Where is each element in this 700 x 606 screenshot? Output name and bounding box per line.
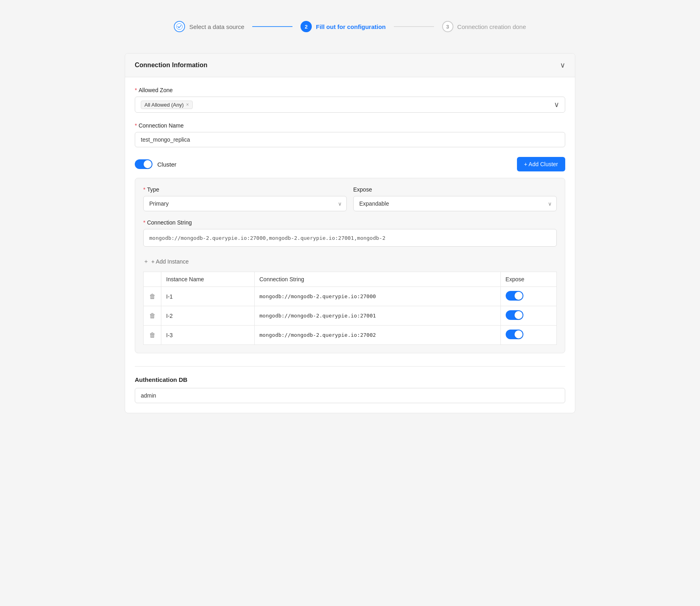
delete-cell: 🗑	[144, 287, 161, 306]
step-2-label: Fill out for configuration	[316, 23, 385, 30]
connection-name-input[interactable]	[135, 132, 565, 147]
page-wrapper: Select a data source 2 Fill out for conf…	[117, 0, 583, 429]
step-2-circle: 2	[301, 21, 312, 32]
tag-select-left: All Allowed (Any) ×	[141, 101, 193, 109]
allowed-zone-select[interactable]: All Allowed (Any) × ∨	[135, 97, 565, 113]
table-header-row: Instance Name Connection String Expose	[144, 272, 557, 287]
step-2: 2 Fill out for configuration	[292, 16, 393, 37]
type-select[interactable]: Primary Secondary Arbiter	[143, 196, 347, 211]
instance-name-cell: I-2	[161, 306, 255, 326]
delete-icon[interactable]: 🗑	[149, 312, 156, 319]
step-2-number: 2	[305, 24, 308, 30]
delete-cell: 🗑	[144, 306, 161, 326]
connection-name-label: * Connection Name	[135, 122, 565, 129]
auth-db-label: Authentication DB	[135, 376, 565, 383]
step-3-number: 3	[446, 24, 449, 30]
table-row: 🗑I-3mongodb://mongodb-2.querypie.io:2700…	[144, 326, 557, 345]
connection-string-input[interactable]	[143, 229, 557, 247]
add-instance-button[interactable]: ＋ + Add Instance	[143, 256, 557, 267]
card-header-title: Connection Information	[135, 62, 207, 69]
instance-expose-cell	[500, 306, 556, 326]
required-star-cs: *	[143, 219, 145, 226]
required-star-name: *	[135, 122, 137, 129]
cluster-config: * Type Primary Secondary Arbiter ∨	[135, 178, 565, 353]
step-1-circle	[174, 21, 185, 32]
instance-name-cell: I-1	[161, 287, 255, 306]
step-divider-1	[252, 26, 292, 27]
step-divider-2	[394, 26, 434, 27]
section-divider	[135, 366, 565, 367]
instance-conn-string-cell: mongodb://mongodb-2.querypie.io:27000	[254, 287, 500, 306]
type-select-wrapper: Primary Secondary Arbiter ∨	[143, 196, 347, 211]
connection-name-group: * Connection Name	[135, 122, 565, 147]
expose-select-wrapper: Expandable Fixed ∨	[353, 196, 557, 211]
th-connection-string: Connection String	[254, 272, 500, 287]
table-row: 🗑I-2mongodb://mongodb-2.querypie.io:2700…	[144, 306, 557, 326]
th-expose: Expose	[500, 272, 556, 287]
instance-expose-cell	[500, 287, 556, 306]
instance-expose-cell	[500, 326, 556, 345]
tag-close-icon[interactable]: ×	[186, 102, 189, 107]
type-group: * Type Primary Secondary Arbiter ∨	[143, 186, 347, 211]
step-3: 3 Connection creation done	[434, 16, 534, 37]
delete-icon[interactable]: 🗑	[149, 293, 156, 300]
instance-expose-toggle-0[interactable]	[506, 291, 523, 301]
th-instance-name: Instance Name	[161, 272, 255, 287]
tag-label: All Allowed (Any)	[144, 102, 184, 108]
required-star-zone: *	[135, 87, 137, 93]
card-header: Connection Information ∨	[125, 54, 575, 77]
toggle-knob	[144, 160, 152, 168]
add-instance-label: + Add Instance	[151, 258, 189, 265]
allowed-zone-group: * Allowed Zone All Allowed (Any) × ∨	[135, 87, 565, 113]
instance-name-cell: I-3	[161, 326, 255, 345]
cluster-toggle[interactable]	[135, 159, 152, 169]
instance-expose-toggle-2[interactable]	[506, 330, 523, 339]
expose-label: Expose	[353, 186, 557, 193]
instance-conn-string-cell: mongodb://mongodb-2.querypie.io:27001	[254, 306, 500, 326]
instance-conn-string-cell: mongodb://mongodb-2.querypie.io:27002	[254, 326, 500, 345]
step-3-label: Connection creation done	[457, 23, 526, 30]
type-expose-row: * Type Primary Secondary Arbiter ∨	[143, 186, 557, 211]
auth-db-input[interactable]	[135, 388, 565, 403]
instance-expose-toggle-1[interactable]	[506, 310, 523, 320]
step-1: Select a data source	[166, 16, 252, 37]
instance-table: Instance Name Connection String Expose 🗑…	[143, 272, 557, 345]
type-label: * Type	[143, 186, 347, 193]
card-body: * Allowed Zone All Allowed (Any) × ∨	[125, 77, 575, 363]
svg-point-0	[177, 24, 183, 30]
step-3-circle: 3	[442, 21, 453, 32]
stepper: Select a data source 2 Fill out for conf…	[125, 16, 575, 37]
cluster-row: Cluster + Add Cluster	[135, 157, 565, 171]
add-cluster-button[interactable]: + Add Cluster	[517, 157, 565, 171]
add-cluster-label: + Add Cluster	[524, 161, 558, 167]
conn-string-label: * Connection String	[143, 219, 557, 226]
allowed-zone-tag: All Allowed (Any) ×	[141, 101, 193, 109]
table-row: 🗑I-1mongodb://mongodb-2.querypie.io:2700…	[144, 287, 557, 306]
add-instance-icon: ＋	[143, 258, 149, 265]
instance-table-body: 🗑I-1mongodb://mongodb-2.querypie.io:2700…	[144, 287, 557, 345]
conn-string-group: * Connection String	[143, 219, 557, 247]
expose-select[interactable]: Expandable Fixed	[353, 196, 557, 211]
required-star-type: *	[143, 186, 145, 193]
zone-select-chevron: ∨	[554, 100, 559, 109]
step-1-label: Select a data source	[189, 23, 244, 30]
collapse-icon[interactable]: ∨	[560, 61, 565, 70]
expose-group: Expose Expandable Fixed ∨	[353, 186, 557, 211]
delete-cell: 🗑	[144, 326, 161, 345]
auth-db-section: Authentication DB	[125, 366, 575, 413]
cluster-left: Cluster	[135, 159, 177, 169]
cluster-label: Cluster	[157, 161, 177, 168]
th-actions	[144, 272, 161, 287]
connection-info-card: Connection Information ∨ * Allowed Zone …	[125, 53, 575, 413]
allowed-zone-label: * Allowed Zone	[135, 87, 565, 93]
delete-icon[interactable]: 🗑	[149, 332, 156, 338]
